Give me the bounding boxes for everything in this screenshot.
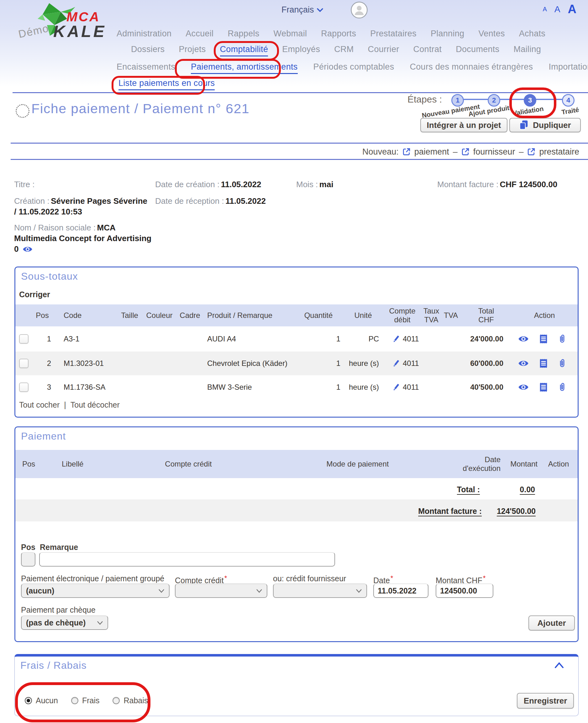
quicklinks-bar: Nouveau: paiement – fournisseur – presta… — [362, 145, 579, 159]
cheque-payment-select[interactable]: (pas de chèque) — [21, 616, 108, 630]
row-checkbox[interactable] — [19, 359, 28, 368]
attachment-paperclip-icon[interactable] — [558, 382, 566, 392]
nav-rapports[interactable]: Rapports — [321, 29, 356, 40]
nav-administration[interactable]: Administration — [117, 29, 171, 40]
kale-logo[interactable]: MCA KALE Démo — [19, 1, 113, 40]
nav-webmail[interactable]: Webmail — [274, 29, 307, 40]
edit-pencil-icon[interactable] — [392, 383, 400, 391]
nav-liste-paiements-en-cours[interactable]: Liste paiements en cours — [119, 78, 215, 90]
col-header-taux-tva: Taux TVA — [422, 305, 441, 326]
add-button-label: Ajouter — [538, 618, 566, 628]
radio-rabais-label: Rabais — [124, 696, 148, 705]
view-row-eye-icon[interactable] — [518, 383, 529, 391]
fees-title: Frais / Rabais — [20, 660, 86, 671]
step-4-circle[interactable]: 4 — [562, 94, 574, 107]
steps-label: Étapes : — [407, 94, 442, 105]
nav-employes[interactable]: Employés — [282, 44, 320, 57]
view-company-eye-icon[interactable] — [23, 246, 33, 253]
logo-kale-text: KALE — [53, 22, 107, 41]
step-4-label: Traité — [561, 106, 580, 116]
nav-documents[interactable]: Documents — [456, 44, 499, 57]
nav-paiements-amortissements[interactable]: Paiements, amortissements — [191, 62, 298, 74]
row-checkbox[interactable] — [19, 334, 28, 344]
new-provider-link[interactable]: prestataire — [539, 147, 579, 157]
radio-rabais[interactable]: Rabais — [112, 696, 148, 705]
radio-frais[interactable]: Frais — [71, 696, 100, 705]
cell-quantite: 1 — [293, 375, 343, 399]
attachment-paperclip-icon[interactable] — [558, 358, 566, 368]
nav-cours-monnaies[interactable]: Cours des monnaies étrangères — [410, 62, 533, 74]
cell-pos: 3 — [31, 375, 54, 399]
detail-receipt-icon[interactable] — [540, 334, 548, 344]
copy-icon — [519, 120, 528, 130]
font-size-small-button[interactable]: A — [543, 6, 547, 13]
fees-panel: Frais / Rabais Aucun Frais Rabais Enregi… — [15, 654, 579, 716]
user-avatar[interactable] — [351, 1, 368, 19]
amount-chf-input[interactable] — [436, 583, 493, 598]
nav-projets[interactable]: Projets — [178, 44, 206, 57]
attachment-paperclip-icon[interactable] — [558, 334, 566, 344]
nav-encaissements[interactable]: Encaissements — [117, 62, 175, 74]
nav-periodes-comptables[interactable]: Périodes comptables — [313, 62, 394, 74]
external-link-icon — [461, 148, 469, 156]
nav-comptabilite[interactable]: Comptabilité — [220, 44, 268, 57]
integrate-project-button[interactable]: Intégrer à un projet — [420, 118, 507, 132]
nav-achats[interactable]: Achats — [519, 29, 545, 40]
nav-contrat[interactable]: Contrat — [414, 44, 442, 57]
step-3-circle[interactable]: 3 — [524, 94, 536, 107]
duplicate-button[interactable]: Dupliquer — [509, 118, 581, 132]
nav-prestataires[interactable]: Prestataires — [370, 29, 417, 40]
electronic-payment-label: Paiement électronique / paiement groupé — [21, 574, 164, 583]
nav-courrier[interactable]: Courrier — [368, 44, 399, 57]
edit-pencil-icon[interactable] — [392, 359, 400, 368]
divider-top — [13, 92, 588, 93]
nav-mailing[interactable]: Mailing — [513, 44, 541, 57]
collapse-chevron-up-icon[interactable] — [554, 662, 564, 668]
date-input[interactable] — [373, 583, 428, 598]
date-reception-label: Date de réception : — [155, 196, 224, 206]
remarque-input[interactable] — [39, 552, 335, 566]
required-asterisk: * — [225, 574, 227, 582]
row-checkbox[interactable] — [19, 383, 28, 392]
edit-pencil-icon[interactable] — [392, 335, 400, 343]
nav-accueil[interactable]: Accueil — [186, 29, 213, 40]
add-button[interactable]: Ajouter — [528, 616, 575, 631]
font-size-large-button[interactable]: A — [568, 2, 576, 16]
nav-planning[interactable]: Planning — [430, 29, 464, 40]
radio-aucun[interactable]: Aucun — [25, 696, 58, 705]
detail-receipt-icon[interactable] — [540, 359, 548, 368]
credit-account-select[interactable] — [175, 583, 267, 598]
check-all-link[interactable]: Tout cocher — [19, 400, 60, 410]
save-button[interactable]: Enregistrer — [517, 693, 574, 708]
nav-ventes[interactable]: Ventes — [478, 29, 505, 40]
nav-crm[interactable]: CRM — [334, 44, 354, 57]
pos-input[interactable] — [21, 552, 36, 566]
col-header-action: Action — [540, 450, 578, 478]
new-payment-link[interactable]: paiement — [414, 147, 449, 157]
col-header-pos: Pos — [15, 450, 44, 478]
electronic-payment-select[interactable]: (aucun) — [21, 583, 170, 598]
new-supplier-link[interactable]: fournisseur — [473, 147, 515, 157]
radio-aucun-dot — [25, 697, 32, 704]
quicklinks-separator-2: – — [519, 147, 523, 157]
integrate-project-label: Intégrer à un projet — [427, 120, 501, 130]
fees-options: Aucun Frais Rabais — [25, 696, 148, 705]
step-1-circle[interactable]: 1 — [451, 94, 464, 107]
uncheck-all-link[interactable]: Tout décocher — [70, 400, 120, 410]
language-selector[interactable]: Français — [281, 5, 323, 15]
main-nav-row2: Dossiers Projets Comptabilité Employés C… — [131, 44, 541, 57]
col-header-pos: Pos — [31, 305, 54, 326]
detail-receipt-icon[interactable] — [540, 383, 548, 392]
mois-value: mai — [319, 180, 334, 189]
col-header-cadre: Cadre — [176, 305, 204, 326]
view-row-eye-icon[interactable] — [518, 359, 529, 368]
nav-rappels[interactable]: Rappels — [228, 29, 259, 40]
corriger-link[interactable]: Corriger — [19, 290, 50, 299]
step-2-circle[interactable]: 2 — [488, 94, 500, 107]
nav-importation[interactable]: Importation — [548, 62, 588, 74]
nav-dossiers[interactable]: Dossiers — [131, 44, 165, 57]
view-row-eye-icon[interactable] — [518, 335, 529, 343]
font-size-medium-button[interactable]: A — [554, 4, 561, 15]
montant-facture-label: Montant facture : — [437, 180, 498, 189]
supplier-credit-select[interactable] — [273, 583, 367, 598]
